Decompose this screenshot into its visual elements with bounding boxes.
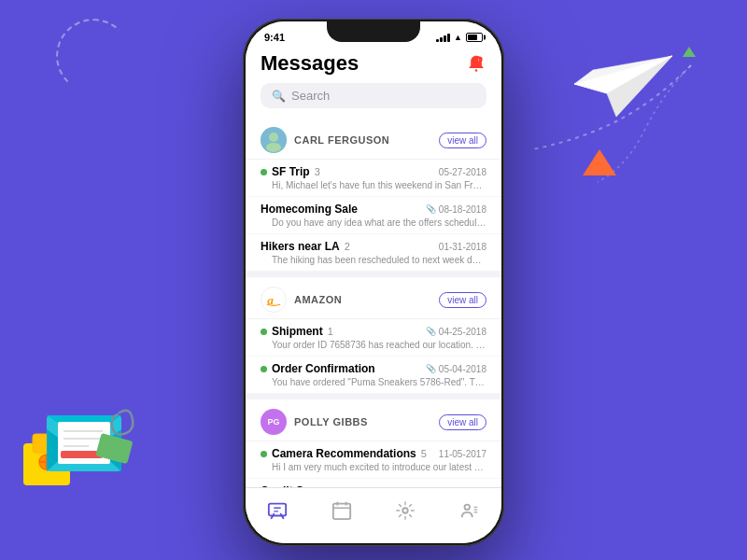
signal-bar-3	[444, 35, 446, 42]
section-header-carl: CARL FERGUSON view all	[246, 118, 501, 160]
amazon-sender-name: AMAZON	[294, 294, 342, 305]
section-header-amazon: a AMAZON view all	[246, 277, 501, 319]
messages-tab-icon	[267, 500, 288, 521]
tab-contacts[interactable]	[438, 500, 502, 521]
svg-marker-10	[47, 415, 121, 441]
attachment-icon-shipment: 📎	[426, 327, 436, 336]
message-preview-homecoming: Do you have any idea what are the offers…	[261, 217, 486, 228]
svg-line-3	[607, 93, 616, 117]
content-area[interactable]: CARL FERGUSON view all SF Trip 3	[246, 118, 501, 487]
unread-dot-shipment	[261, 329, 267, 335]
svg-marker-0	[574, 56, 672, 93]
message-item-homecoming[interactable]: Homecoming Sale 📎 08-18-2018 Do you have…	[246, 197, 501, 234]
svg-point-25	[266, 143, 281, 152]
signal-bars	[436, 33, 450, 42]
svg-rect-27	[269, 503, 286, 515]
svg-point-24	[269, 133, 278, 142]
section-carl: CARL FERGUSON view all SF Trip 3	[246, 118, 501, 272]
unread-dot-order-confirm	[261, 366, 267, 372]
message-date-hikers: 01-31-2018	[439, 242, 486, 252]
svg-text:!: !	[478, 58, 479, 63]
svg-point-6	[39, 455, 54, 469]
svg-rect-5	[33, 434, 61, 453]
message-item-credit[interactable]: Credit Score 08-21-2018 Hi I am very...	[246, 479, 501, 487]
message-date-camera: 11-05-2017	[439, 449, 486, 459]
svg-point-35	[464, 504, 470, 510]
dotted-path-decoration	[504, 47, 719, 187]
message-date-homecoming: 📎 08-18-2018	[426, 204, 486, 215]
message-date-shipment: 📎 04-25-2018	[426, 327, 486, 337]
svg-marker-2	[574, 56, 672, 84]
attachment-icon-order-confirm: 📎	[426, 364, 436, 373]
notification-bell[interactable]: !	[466, 53, 486, 74]
amazon-logo-avatar: a	[261, 287, 287, 313]
search-placeholder: Search	[291, 89, 330, 103]
polly-sender-name: POLLY GIBBS	[294, 416, 368, 427]
calendar-tab-icon	[331, 500, 352, 521]
polly-view-all-button[interactable]: view all	[439, 414, 486, 430]
app-title: Messages	[261, 51, 359, 76]
status-time: 9:41	[264, 32, 285, 43]
svg-rect-30	[333, 503, 350, 519]
message-subject-homecoming: Homecoming Sale	[261, 203, 358, 216]
message-item-sf-trip[interactable]: SF Trip 3 05-27-2018 Hi, Michael let's h…	[246, 160, 501, 197]
message-preview-shipment: Your order ID 7658736 has reached our lo…	[261, 340, 486, 350]
svg-point-20	[475, 69, 478, 72]
message-subject-shipment: Shipment 1	[261, 325, 333, 338]
wifi-icon: ▲	[454, 33, 462, 42]
svg-marker-1	[607, 56, 672, 117]
signal-bar-1	[436, 39, 439, 42]
message-subject-hikers: Hikers near LA 2	[261, 240, 350, 253]
phone-screen: 9:41 ▲	[246, 21, 501, 543]
polly-avatar: PG	[261, 409, 287, 435]
message-date-order-confirm: 📎 05-04-2018	[426, 364, 486, 374]
section-header-polly: PG POLLY GIBBS view all	[246, 399, 501, 441]
green-triangle-decoration	[683, 47, 696, 57]
message-item-order-confirm[interactable]: Order Confirmation 📎 05-04-2018 You have…	[246, 357, 501, 394]
message-subject-camera: Camera Recommendations 5	[261, 447, 427, 460]
sender-info-amazon: a AMAZON	[261, 287, 342, 313]
svg-marker-12	[95, 429, 121, 471]
section-amazon: a AMAZON view all	[246, 277, 501, 394]
message-preview-sf-trip: Hi, Michael let's have fun this weekend …	[261, 180, 486, 190]
amazon-view-all-button[interactable]: view all	[439, 292, 486, 308]
phone-frame: 9:41 ▲	[243, 19, 504, 546]
contacts-tab-icon	[459, 500, 480, 521]
status-icons: ▲	[436, 33, 483, 42]
message-item-hikers[interactable]: Hikers near LA 2 01-31-2018 The hiking h…	[246, 234, 501, 272]
svg-rect-9	[47, 415, 121, 471]
message-item-camera[interactable]: Camera Recommendations 5 11-05-2017 Hi I…	[246, 441, 501, 479]
svg-rect-17	[61, 451, 103, 458]
paper-plane-decoration	[570, 42, 682, 126]
message-date-sf-trip: 05-27-2018	[439, 167, 486, 177]
sender-info-carl: CARL FERGUSON	[261, 127, 389, 153]
message-preview-order-confirm: You have ordered "Puma Sneakers 5786-Red…	[261, 377, 486, 387]
message-preview-camera: Hi I am very much excited to introduce o…	[261, 462, 486, 472]
battery-icon	[466, 33, 483, 42]
svg-rect-13	[58, 422, 110, 464]
tab-messages[interactable]	[246, 500, 310, 521]
orange-triangle-decoration	[583, 149, 616, 175]
attachment-icon-homecoming: 📎	[426, 204, 436, 214]
app-header: Messages !	[246, 48, 501, 83]
message-item-shipment[interactable]: Shipment 1 📎 04-25-2018 Your order ID 76…	[246, 319, 501, 357]
phone-container: 9:41 ▲	[243, 19, 504, 546]
svg-rect-18	[95, 433, 133, 464]
search-icon: 🔍	[272, 90, 286, 103]
carl-avatar	[261, 127, 287, 153]
mail-illustration	[9, 373, 149, 495]
phone-notch	[327, 21, 420, 42]
svg-marker-11	[47, 429, 73, 471]
section-polly: PG POLLY GIBBS view all Camera	[246, 399, 501, 487]
bg-arc-decoration	[56, 19, 131, 93]
svg-point-34	[403, 508, 409, 513]
settings-tab-icon	[395, 500, 416, 521]
tab-settings[interactable]	[374, 500, 438, 521]
message-preview-hikers: The hiking has been rescheduled to next …	[261, 255, 486, 265]
battery-fill	[468, 35, 477, 40]
tab-calendar[interactable]	[310, 500, 374, 521]
carl-view-all-button[interactable]: view all	[439, 133, 486, 148]
message-subject-sf-trip: SF Trip 3	[261, 165, 320, 178]
search-input-wrap[interactable]: 🔍 Search	[261, 83, 486, 108]
unread-dot-camera	[261, 451, 267, 457]
